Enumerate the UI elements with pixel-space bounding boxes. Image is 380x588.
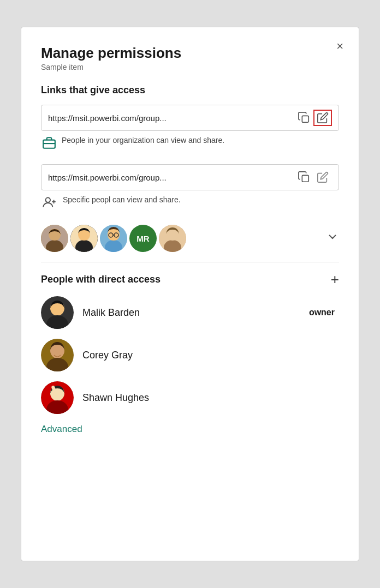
- avatar-5-image: [159, 225, 186, 252]
- avatar-3: [100, 225, 127, 252]
- close-button[interactable]: ×: [336, 40, 343, 52]
- avatar-2-image: [70, 225, 98, 252]
- panel-subtitle: Sample item: [41, 63, 339, 71]
- person-name-shawn: Shawn Hughes: [82, 392, 326, 404]
- svg-rect-0: [302, 116, 308, 122]
- links-section-title: Links that give access: [41, 85, 339, 96]
- expand-avatars-button[interactable]: [326, 230, 339, 247]
- person-row-corey: Corey Gray: [41, 339, 339, 371]
- copy-link-2-button[interactable]: [295, 169, 313, 185]
- direct-access-header: People with direct access +: [41, 272, 339, 286]
- link-row-1: https://msit.powerbi.com/group...: [41, 105, 339, 131]
- copy-link-1-button[interactable]: [295, 110, 313, 126]
- link-row-2: https://msit.powerbi.com/group...: [41, 164, 339, 190]
- avatar-shawn: [41, 381, 74, 414]
- avatar-5: [159, 225, 186, 252]
- avatar-1-image: [41, 225, 68, 252]
- person-row-malik: Malik Barden owner: [41, 296, 339, 329]
- people-add-icon: [42, 195, 57, 214]
- avatar-1: [41, 225, 68, 252]
- person-name-corey: Corey Gray: [82, 350, 326, 361]
- person-role-malik: owner: [309, 308, 335, 317]
- link-url-2: https://msit.powerbi.com/group...: [48, 173, 295, 182]
- edit-link-2-button[interactable]: [313, 169, 332, 185]
- svg-rect-4: [302, 175, 308, 182]
- link-desc-2: Specific peopl can view and share.: [41, 195, 339, 214]
- link-url-1: https://msit.powerbi.com/group...: [48, 113, 295, 123]
- link-desc-1: People in your organization can view and…: [41, 135, 339, 153]
- avatar-3-image: [100, 225, 127, 252]
- add-person-button[interactable]: +: [331, 272, 339, 286]
- avatars-row: MR: [41, 225, 339, 252]
- manage-permissions-panel: × Manage permissions Sample item Links t…: [21, 27, 359, 561]
- svg-rect-1: [43, 140, 55, 148]
- svg-point-19: [108, 229, 120, 241]
- avatar-corey: [41, 339, 74, 371]
- edit-link-1-button[interactable]: [313, 110, 332, 126]
- briefcase-icon: [42, 136, 56, 153]
- avatar-mr: MR: [129, 225, 157, 252]
- section-divider: [41, 262, 339, 262]
- advanced-button[interactable]: Advanced: [41, 424, 82, 435]
- avatar-malik: [41, 296, 74, 329]
- person-name-malik: Malik Barden: [82, 307, 300, 319]
- svg-point-5: [45, 197, 50, 202]
- link-desc-text-2: Specific peopl can view and share.: [63, 195, 181, 206]
- panel-title: Manage permissions: [41, 45, 339, 62]
- link-desc-text-1: People in your organization can view and…: [62, 135, 224, 146]
- person-row-shawn: Shawn Hughes: [41, 381, 339, 414]
- avatar-2: [70, 225, 98, 252]
- direct-access-title: People with direct access: [41, 274, 161, 285]
